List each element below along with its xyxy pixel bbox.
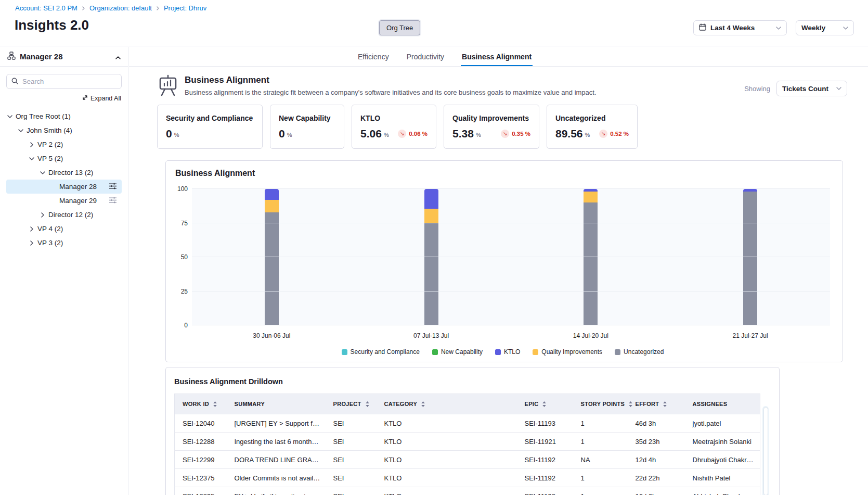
date-range-value: Last 4 Weeks (710, 24, 755, 32)
legend-item[interactable]: Security and Compliance (342, 348, 420, 356)
sort-icon (421, 401, 425, 408)
legend-swatch (432, 349, 438, 355)
main-content: EfficiencyProductivityBusiness Alignment… (129, 47, 868, 495)
metric-card-label: Security and Compliance (166, 114, 254, 122)
metric-card-label: Uncategorized (555, 114, 629, 122)
table-cell: SEI-12299 (175, 451, 227, 469)
table-cell: SEI-11192 (517, 487, 573, 495)
chart-title: Business Alignment (175, 169, 830, 178)
column-header-epic[interactable]: Epic (517, 394, 573, 414)
column-header-category[interactable]: Category (377, 394, 517, 414)
table-row[interactable]: SEI-12299DORA TREND LINE GRAPH Widgets i… (175, 451, 760, 469)
metric-card-value: 89.56 (555, 128, 583, 139)
delta-badge: ↘0.35 % (494, 130, 530, 138)
tree-item[interactable]: Org Tree Root (1) (6, 109, 122, 123)
table-scrollbar[interactable] (762, 406, 769, 495)
section-header: Business Alignment Business alignment is… (157, 74, 847, 97)
chevron-right-icon (29, 142, 34, 147)
legend-item[interactable]: Quality Improvements (533, 348, 602, 356)
tree-item[interactable]: Director 12 (2) (6, 208, 122, 222)
metric-card-label: KTLO (360, 114, 427, 122)
expand-all-label: Expand All (90, 95, 121, 102)
chevron-up-icon[interactable] (115, 52, 121, 61)
calendar-icon (699, 23, 706, 32)
table-cell: SEI (326, 414, 377, 433)
sidebar-header: Manager 28 (0, 47, 128, 67)
column-header-assignees: Assignees (685, 394, 760, 414)
table-cell: 1 (573, 414, 628, 433)
table-cell: 46d 3h (628, 414, 685, 433)
x-axis-tick-label: 14 Jul-20 Jul (511, 332, 671, 339)
gridline (192, 188, 830, 189)
interval-select[interactable]: Weekly (796, 20, 854, 35)
org-tree: Org Tree Root (1)John Smith (4)VP 2 (2)V… (0, 109, 128, 250)
stacked-bar[interactable] (743, 189, 757, 325)
bar-segment-uncategorized (584, 202, 598, 325)
stacked-bar[interactable] (424, 189, 438, 325)
org-tree-sidebar: Manager 28 Expand All Org Tree Root (1)J… (0, 47, 128, 495)
legend-swatch (533, 349, 538, 355)
table-cell: DORA TREND LINE GRAPH Widgets is n... (227, 451, 326, 469)
legend-item[interactable]: KTLO (495, 348, 520, 356)
metric-value-row: 0% (166, 128, 254, 139)
column-header-label: Story Points (581, 401, 625, 407)
tree-item[interactable]: VP 3 (2) (6, 236, 122, 250)
tree-item[interactable]: VP 4 (2) (6, 222, 122, 236)
date-range-select[interactable]: Last 4 Weeks (693, 20, 787, 35)
table-row[interactable]: SEI-12040[URGENT] EY > Support for job r… (175, 414, 760, 433)
table-row[interactable]: SEI-12288Ingesting the last 6 months of … (175, 433, 760, 451)
table-cell: 1 (573, 469, 628, 487)
legend-label: KTLO (504, 348, 520, 356)
tree-item-label: John Smith (4) (27, 126, 72, 134)
legend-item[interactable]: Uncategorized (615, 348, 664, 356)
column-header-story-points[interactable]: Story Points (573, 394, 628, 414)
tree-item-label: VP 5 (2) (37, 155, 63, 162)
y-axis-tick-label: 100 (177, 185, 188, 193)
filter-sliders-icon[interactable] (109, 183, 117, 189)
tree-item[interactable]: VP 2 (2) (6, 137, 122, 151)
tree-item[interactable]: Manager 29 (6, 194, 122, 208)
breadcrumb-link[interactable]: Account: SEI 2.0 PM (15, 4, 77, 12)
table-cell: SEI-12395 (175, 487, 227, 495)
gridline (192, 257, 830, 257)
filter-sliders-icon[interactable] (109, 197, 117, 204)
metric-card: New Capability0% (270, 105, 344, 149)
column-header-project[interactable]: Project (326, 394, 377, 414)
legend-label: Security and Compliance (351, 348, 420, 356)
column-header-work-id[interactable]: Work ID (175, 394, 227, 414)
bar-segment-quality-improvements (424, 209, 438, 223)
org-tree-button[interactable]: Org Tree (379, 20, 420, 35)
table-row[interactable]: SEI-12375Older Commits is not available … (175, 469, 760, 487)
stacked-bar[interactable] (584, 189, 598, 325)
search-input[interactable] (22, 78, 116, 85)
column-header-effort[interactable]: Effort (628, 394, 685, 414)
presentation-chart-icon (157, 74, 179, 97)
column-header-summary: Summary (227, 394, 326, 414)
tab-business-alignment[interactable]: Business Alignment (461, 47, 533, 66)
expand-all-button[interactable]: Expand All (0, 95, 121, 102)
drilldown-table: Work IDSummaryProjectCategoryEpicStory P… (174, 394, 760, 495)
chevron-down-icon (29, 157, 34, 160)
showing-select[interactable]: Tickets Count (776, 81, 847, 96)
tab-productivity[interactable]: Productivity (406, 47, 445, 66)
tab-efficiency[interactable]: Efficiency (357, 47, 390, 66)
section-title: Business Alignment (185, 75, 597, 85)
sort-icon (542, 401, 547, 408)
breadcrumb-link[interactable]: Project: Dhruv (164, 4, 206, 12)
column-header-label: Summary (235, 401, 265, 407)
table-cell: SEI (326, 487, 377, 495)
tree-item[interactable]: John Smith (4) (6, 123, 122, 137)
tree-item[interactable]: VP 5 (2) (6, 151, 122, 166)
metric-value-row: 0% (279, 128, 335, 139)
table-cell: SEI-11192 (517, 451, 573, 469)
stacked-bar[interactable] (265, 189, 279, 325)
table-cell: NA (573, 451, 628, 469)
table-scrollbar-thumb[interactable] (763, 407, 768, 495)
table-row[interactable]: SEI-12395EY > Verify if ingestion is wor… (175, 487, 760, 495)
tree-item[interactable]: Manager 28 (6, 180, 122, 194)
legend-item[interactable]: New Capability (432, 348, 483, 356)
sort-icon (663, 401, 667, 408)
tree-item[interactable]: Director 13 (2) (6, 166, 122, 180)
table-cell: KTLO (377, 433, 517, 451)
breadcrumb-link[interactable]: Organization: default (89, 4, 152, 12)
